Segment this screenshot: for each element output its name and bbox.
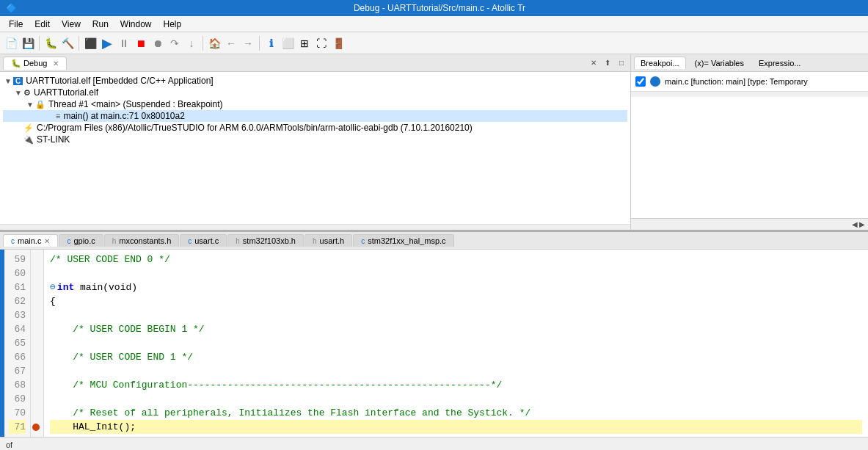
toolbar-exit-btn[interactable]: 🚪 <box>330 35 346 51</box>
line-num-68: 68 <box>9 378 26 392</box>
bp-tab-breakpoints[interactable]: Breakpoi... <box>634 57 686 69</box>
menu-run[interactable]: Run <box>87 18 114 31</box>
debug-content: ▼ C UARTTutorial.elf [Embedded C/C++ App… <box>0 72 630 224</box>
code-line-64: /* USER CODE BEGIN 1 */ <box>50 322 862 336</box>
debug-scrollbar[interactable] <box>0 224 630 230</box>
code-line-67 <box>50 364 862 378</box>
line-num-71: 71 <box>9 420 26 434</box>
code-line-69 <box>50 392 862 406</box>
code-line-63 <box>50 308 862 322</box>
tree-label-thread: Thread #1 <main> (Suspended : Breakpoint… <box>48 99 222 109</box>
bp-tab-variables[interactable]: (x)= Variables <box>689 57 750 69</box>
line-num-66: 66 <box>9 350 26 364</box>
breakpoint-gutter <box>31 250 44 437</box>
bp-gutter-67 <box>31 364 43 378</box>
bp-label-0: main.c [function: main] [type: Temporary <box>665 77 808 86</box>
toolbar-layout-btn[interactable]: ⬜ <box>280 35 296 51</box>
tree-icon-frame: ≡ <box>56 112 60 120</box>
toolbar-fullscreen-btn[interactable]: ⛶ <box>313 35 329 51</box>
editor-tab-stm32f1xx-hal-msp-c[interactable]: c stm32f1xx_hal_msp.c <box>353 234 453 247</box>
tree-item-thread[interactable]: ▼ 🔒 Thread #1 <main> (Suspended : Breakp… <box>3 98 627 110</box>
line-num-62: 62 <box>9 294 26 308</box>
toolbar-stepinto-btn[interactable]: ↓ <box>183 35 200 51</box>
tab-icon-stm32f103xb-h: h <box>236 237 240 245</box>
tree-item-elf[interactable]: ▼ ⚙ UARTTutorial.elf <box>3 87 627 98</box>
tree-item-stlink[interactable]: 🔌 ST-LINK <box>3 134 627 145</box>
editor-tab-gpio-c[interactable]: c gpio.c <box>59 234 103 247</box>
bp-item-0: main.c [function: main] [type: Temporary <box>635 76 864 87</box>
bp-circle-icon <box>650 76 660 87</box>
bp-scroll-right-icon[interactable]: ▶ <box>859 220 865 228</box>
editor-tab-main-c[interactable]: c main.c ✕ <box>3 234 58 247</box>
toolbar-info-btn[interactable]: ℹ <box>263 35 279 51</box>
bp-gutter-69 <box>31 392 43 406</box>
line-num-69: 69 <box>9 392 26 406</box>
toolbar-back-btn[interactable]: ← <box>223 35 239 51</box>
editor-tab-stm32f103xb-h[interactable]: h stm32f103xb.h <box>227 234 304 247</box>
maximize-debug-icon[interactable]: ⬆ <box>602 57 613 69</box>
tab-close-main-c[interactable]: ✕ <box>44 237 50 245</box>
line-num-70: 70 <box>9 406 26 420</box>
menu-bar: File Edit View Run Window Help <box>0 16 868 32</box>
tab-label-stm32f103xb-h: stm32f103xb.h <box>243 236 296 245</box>
toolbar-forward-btn[interactable]: → <box>240 35 256 51</box>
breakpoints-panel: Breakpoi... (x)= Variables Expressio... … <box>631 54 868 230</box>
menu-edit[interactable]: Edit <box>29 18 56 31</box>
bottom-panel: c main.c ✕ c gpio.c h mxconstants.h c us… <box>0 232 868 450</box>
code-content[interactable]: /* USER CODE END 0 */ ⊖int main(void) { … <box>44 250 868 437</box>
toolbar-new-btn[interactable]: 📄 <box>3 35 19 51</box>
bp-tab-expressions[interactable]: Expressio... <box>753 57 806 69</box>
tree-label-gdb: C:/Program Files (x86)/Atollic/TrueSTUDI… <box>37 123 473 133</box>
minimize-debug-icon[interactable]: ✕ <box>588 57 599 69</box>
bp-scrollbar[interactable] <box>631 91 868 97</box>
bp-gutter-65 <box>31 336 43 350</box>
debug-tab[interactable]: 🐛 Debug ✕ <box>3 57 67 70</box>
debug-tab-close-icon[interactable]: ✕ <box>53 59 59 68</box>
bp-gutter-70 <box>31 406 43 420</box>
toolbar-sep1 <box>39 36 40 51</box>
tab-icon-mxconstants-h: h <box>112 237 117 245</box>
editor-tab-usart-c[interactable]: c usart.c <box>180 234 227 247</box>
tree-icon-stlink: 🔌 <box>23 135 34 145</box>
menu-help[interactable]: Help <box>158 18 188 31</box>
tree-arrow-app: ▼ <box>4 77 13 85</box>
tree-label-frame: main() at main.c:71 0x80010a2 <box>63 111 184 121</box>
tab-icon-usart-h: h <box>313 237 317 245</box>
tab-label-main-c: main.c <box>18 236 41 245</box>
code-line-70: /* Reset of all peripherals, Initializes… <box>50 406 862 420</box>
toolbar: 📄 💾 🐛 🔨 ⬛ ▶ ⏸ ⏹ ⏺ ↷ ↓ 🏠 ← → ℹ ⬜ ⊞ ⛶ 🚪 <box>0 32 868 54</box>
bp-empty-space <box>631 97 868 218</box>
bp-gutter-59 <box>31 253 43 266</box>
toolbar-stop-btn[interactable]: ⏹ <box>133 35 149 51</box>
top-panel: 🐛 Debug ✕ ✕ ⬆ □ ▼ C UARTTutorial.elf [Em… <box>0 54 868 232</box>
toolbar-pause-btn[interactable]: ⏸ <box>116 35 132 51</box>
code-text-61-int: int <box>57 280 80 294</box>
tree-arrow-elf: ▼ <box>15 89 23 97</box>
toolbar-resume-btn[interactable]: ▶ <box>99 35 115 51</box>
toolbar-home-btn[interactable]: 🏠 <box>206 35 222 51</box>
menu-window[interactable]: Window <box>114 18 158 31</box>
toolbar-record-btn[interactable]: ⬛ <box>82 35 98 51</box>
toolbar-disconnect-btn[interactable]: ⏺ <box>150 35 166 51</box>
bp-content: main.c [function: main] [type: Temporary <box>631 72 868 91</box>
line-num-61: 61 <box>9 280 26 294</box>
toolbar-debug-btn[interactable]: 🐛 <box>43 35 59 51</box>
editor-tab-usart-h[interactable]: h usart.h <box>304 234 352 247</box>
line-numbers: 59 60 61 62 63 64 65 66 67 68 69 70 71 <box>4 250 31 437</box>
toolbar-grid-btn[interactable]: ⊞ <box>296 35 313 51</box>
tab-icon-usart-c: c <box>188 237 192 245</box>
editor-tab-mxconstants-h[interactable]: h mxconstants.h <box>104 234 179 247</box>
tree-item-gdb[interactable]: ⚡ C:/Program Files (x86)/Atollic/TrueSTU… <box>3 122 627 134</box>
tree-item-app[interactable]: ▼ C UARTTutorial.elf [Embedded C/C++ App… <box>3 75 627 87</box>
bp-scroll-left-icon[interactable]: ◀ <box>852 220 858 228</box>
toolbar-sep2 <box>79 36 79 51</box>
tree-item-frame[interactable]: ≡ main() at main.c:71 0x80010a2 <box>3 110 627 122</box>
toolbar-save-btn[interactable]: 💾 <box>20 35 36 51</box>
menu-file[interactable]: File <box>3 18 29 31</box>
bp-checkbox-0[interactable] <box>635 76 646 87</box>
close-debug-icon[interactable]: □ <box>616 57 627 69</box>
code-text-71: HAL_Init(); <box>50 420 136 434</box>
menu-view[interactable]: View <box>56 18 87 31</box>
toolbar-stepover-btn[interactable]: ↷ <box>167 35 183 51</box>
toolbar-build-btn[interactable]: 🔨 <box>59 35 76 51</box>
